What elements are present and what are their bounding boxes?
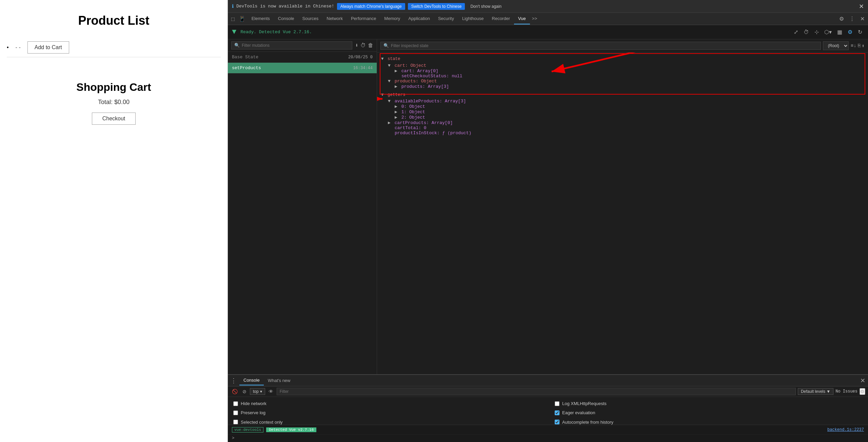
sort-icon[interactable]: ≡↓ xyxy=(851,43,856,49)
tab-elements[interactable]: Elements xyxy=(248,13,274,24)
tab-console[interactable]: Console xyxy=(274,13,298,24)
tree-item2-key: 2: Object xyxy=(401,115,425,120)
more-tabs-icon[interactable]: >> xyxy=(530,14,539,24)
mutations-filter-input[interactable] xyxy=(242,43,349,48)
base-state-item[interactable]: Base State 20/08/25 0 xyxy=(228,52,377,63)
tree-toggle-available[interactable]: ▼ xyxy=(388,99,391,104)
hide-network-setting[interactable]: Hide network xyxy=(233,400,541,407)
chevron-down-icon: ▾ xyxy=(260,389,262,394)
autocomplete-history-setting[interactable]: Autocomplete from history xyxy=(555,418,863,425)
log-xml-requests-setting[interactable]: Log XMLHttpRequests xyxy=(555,400,863,407)
tree-toggle-cart[interactable]: ▼ xyxy=(388,63,391,68)
trash-icon[interactable]: 🗑 xyxy=(368,42,373,49)
tab-application[interactable]: Application xyxy=(404,13,434,24)
device-toolbar-icon[interactable]: 📱 xyxy=(237,14,248,24)
devtools-icon-bar: ⚙ ⋮ ✕ xyxy=(837,14,867,23)
download-icon[interactable]: ⬇ xyxy=(355,42,358,49)
tab-memory[interactable]: Memory xyxy=(380,13,404,24)
devtools-tab-bar: ⬚ 📱 Elements Console Sources Network Per… xyxy=(228,13,868,25)
console-clear-button[interactable]: 🚫 xyxy=(231,388,239,395)
tree-toggle-products-array[interactable]: ▶ xyxy=(395,84,397,89)
tab-sources[interactable]: Sources xyxy=(298,13,323,24)
autocomplete-checkbox[interactable] xyxy=(555,420,559,424)
tree-toggle-item0[interactable]: ▶ xyxy=(395,104,397,109)
top-context-button[interactable]: top ▾ xyxy=(250,388,265,395)
tab-vue[interactable]: Vue xyxy=(514,13,530,24)
tree-toggle-item2[interactable]: ▶ xyxy=(395,115,397,120)
hide-network-checkbox[interactable] xyxy=(233,401,238,406)
tree-toggle-cart-products[interactable]: ▶ xyxy=(388,120,391,125)
eager-eval-label: Eager evaluation xyxy=(562,409,595,417)
root-selector[interactable]: (Root) xyxy=(823,41,849,50)
clock-icon[interactable]: ⏱ xyxy=(360,42,366,49)
console-menu-dots[interactable]: ⋮ xyxy=(231,377,237,384)
settings-icon[interactable]: ⚙ xyxy=(837,14,846,23)
tab-recorder[interactable]: Recorder xyxy=(488,13,514,24)
selected-context-checkbox[interactable] xyxy=(233,420,238,424)
tree-toggle-products[interactable]: ▼ xyxy=(388,79,391,84)
product-item: • - - Add to Cart xyxy=(7,38,221,57)
vue-crosshair-icon[interactable]: ⊹ xyxy=(813,28,821,36)
tree-toggle-cart-array[interactable]: ▶ xyxy=(395,68,397,74)
default-levels-button[interactable]: Default levels ▼ xyxy=(798,388,833,395)
tab-performance[interactable]: Performance xyxy=(347,13,380,24)
tree-toggle-item1[interactable]: ▶ xyxy=(395,109,397,115)
eye-icon[interactable]: 👁 xyxy=(267,388,275,395)
log-xml-checkbox[interactable] xyxy=(555,401,559,406)
eager-evaluation-setting[interactable]: Eager evaluation xyxy=(555,409,863,417)
selected-context-setting[interactable]: Selected context only xyxy=(233,418,541,425)
console-settings-gear[interactable]: ⚙ xyxy=(860,388,865,395)
base-state-time: 20/08/25 0 xyxy=(348,55,373,60)
tree-toggle-getters[interactable]: ▼ xyxy=(381,93,384,97)
console-prompt-area: > xyxy=(228,434,868,442)
set-products-time: 16:34:44 xyxy=(353,66,373,71)
tab-security[interactable]: Security xyxy=(434,13,458,24)
state-filter-input[interactable] xyxy=(391,43,818,48)
console-filter-input[interactable] xyxy=(277,388,796,395)
tree-state-root: ▼ state xyxy=(381,55,864,63)
console-close-button[interactable]: ✕ xyxy=(860,377,865,384)
vue-settings-icon[interactable]: ⚙ xyxy=(846,28,854,36)
tree-item-2: ▶ 2: Object xyxy=(395,115,864,120)
vue-refresh-icon[interactable]: ↻ xyxy=(856,28,864,36)
backend-link[interactable]: backend.1s:2237 xyxy=(827,427,864,432)
vue-expand-icon[interactable]: ⤢ xyxy=(792,28,800,36)
infobar-close-button[interactable]: ✕ xyxy=(859,3,864,10)
copy-icon[interactable]: ⎘ xyxy=(858,43,861,49)
console-input[interactable] xyxy=(237,436,864,441)
state-search-box[interactable]: 🔍 xyxy=(380,42,821,50)
vue-timer-icon[interactable]: ⏱ xyxy=(802,28,811,36)
inspect-element-icon[interactable]: ⬚ xyxy=(229,14,237,24)
tree-products-key: products: Object xyxy=(395,79,437,84)
tree-cart-array-key: cart: Array[0] xyxy=(401,68,438,74)
search-icon: 🔍 xyxy=(234,43,240,48)
preserve-log-setting[interactable]: Preserve log xyxy=(233,409,541,417)
tree-toggle-state[interactable]: ▼ xyxy=(381,57,384,61)
more-options-icon[interactable]: ⋮ xyxy=(847,14,857,23)
mutations-search-box[interactable]: 🔍 xyxy=(231,41,352,49)
tree-getters-root: ▼ getters xyxy=(381,91,864,99)
console-tab-whats-new[interactable]: What's new xyxy=(264,376,295,385)
close-devtools-icon[interactable]: ✕ xyxy=(858,14,867,23)
mutations-panel: 🔍 ⬇ ⏱ 🗑 Base State 20/08/25 0 setProduct… xyxy=(228,39,377,374)
console-tab-console[interactable]: Console xyxy=(239,376,264,385)
add-to-cart-button[interactable]: Add to Cart xyxy=(27,41,69,54)
console-block-button[interactable]: ⊘ xyxy=(241,388,248,395)
infobar-message: DevTools is now available in Chinese! xyxy=(236,4,334,9)
checkout-button[interactable]: Checkout xyxy=(92,113,136,125)
vue-route-icon[interactable]: ⬡▾ xyxy=(823,28,833,36)
eager-eval-checkbox[interactable] xyxy=(555,410,559,415)
switch-devtools-button[interactable]: Switch DevTools to Chinese xyxy=(408,3,465,10)
match-language-button[interactable]: Always match Chrome's language xyxy=(337,3,405,10)
preserve-log-checkbox[interactable] xyxy=(233,410,238,415)
export-icon[interactable]: ⬆ xyxy=(862,43,865,49)
vue-bar-chart-icon[interactable]: ▦ xyxy=(835,28,844,36)
tree-getters-key: getters xyxy=(388,93,406,97)
dont-show-button[interactable]: Don't show again xyxy=(468,3,504,10)
tree-state-key: state xyxy=(388,57,400,61)
detected-vue-badge: Detected Vue v2.7.16 xyxy=(266,427,316,432)
tab-lighthouse[interactable]: Lighthouse xyxy=(458,13,488,24)
set-products-item[interactable]: setProducts 16:34:44 xyxy=(228,63,377,74)
preserve-log-label: Preserve log xyxy=(241,409,265,417)
tab-network[interactable]: Network xyxy=(322,13,347,24)
